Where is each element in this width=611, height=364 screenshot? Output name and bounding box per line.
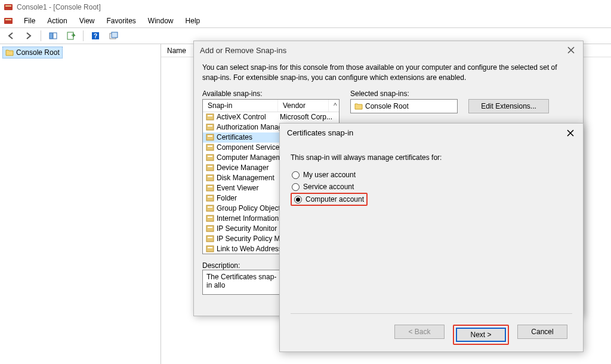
svg-rect-36 [208, 237, 212, 238]
help-button[interactable]: ? [88, 29, 103, 42]
nav-forward-button[interactable] [21, 29, 36, 42]
snapin-icon [205, 143, 214, 152]
svg-rect-20 [208, 156, 212, 157]
mmc-doc-icon [4, 16, 13, 26]
dialog2-separator [291, 313, 572, 314]
edit-extensions-label: Edit Extensions... [481, 102, 536, 110]
svg-rect-14 [208, 125, 212, 127]
snapin-list-header[interactable]: Snap-in Vendor ^ [203, 100, 339, 112]
svg-rect-31 [206, 215, 214, 221]
radio-icon [294, 196, 302, 203]
mmc-app-icon [4, 2, 13, 12]
header-snapin: Snap-in [203, 100, 278, 112]
svg-rect-35 [206, 236, 214, 242]
cancel-button-label: Cancel [531, 328, 553, 336]
svg-rect-4 [50, 33, 53, 39]
description-box: The Certificates snap-in allo [202, 270, 285, 295]
svg-rect-24 [208, 176, 212, 177]
svg-rect-23 [206, 175, 214, 181]
snapin-icon [205, 194, 214, 203]
selected-root-label: Console Root [365, 102, 409, 110]
snapin-icon [205, 133, 214, 142]
svg-rect-32 [208, 217, 212, 218]
folder-icon [5, 49, 14, 56]
radio-my-user-account[interactable]: My user account [291, 169, 357, 181]
snapin-icon [205, 245, 214, 254]
menu-bar: File Action View Favorites Window Help [0, 14, 611, 27]
dialog2-close-button[interactable] [563, 127, 578, 139]
dialog1-title: Add or Remove Snap-ins [200, 46, 286, 55]
dialog1-intro-text: You can select snap-ins for this console… [202, 63, 575, 84]
selected-snapins-list[interactable]: Console Root [350, 99, 458, 113]
svg-rect-30 [208, 206, 212, 208]
menu-action[interactable]: Action [42, 16, 72, 26]
scope-tree-pane[interactable]: Console Root [0, 44, 161, 364]
svg-rect-16 [208, 135, 212, 137]
svg-rect-10 [112, 32, 118, 38]
folder-icon [354, 103, 363, 110]
svg-rect-6 [67, 32, 73, 39]
radio-label: Service account [303, 183, 354, 191]
radio-icon [292, 183, 300, 191]
dialog1-close-button[interactable] [563, 44, 579, 57]
edit-extensions-button[interactable]: Edit Extensions... [468, 99, 549, 113]
radio-label: My user account [303, 171, 356, 179]
svg-rect-2 [4, 18, 13, 24]
column-name: Name [167, 47, 186, 55]
menu-help[interactable]: Help [181, 16, 205, 26]
menu-window[interactable]: Window [143, 16, 178, 26]
svg-rect-1 [5, 5, 11, 7]
svg-rect-28 [208, 196, 212, 198]
svg-rect-25 [206, 185, 214, 191]
snapin-row[interactable]: ActiveX ControlMicrosoft Corp... [203, 112, 339, 122]
nav-back-button[interactable] [4, 29, 18, 42]
svg-rect-29 [206, 205, 214, 211]
svg-rect-11 [206, 114, 214, 120]
description-text: The Certificates snap-in allo [206, 273, 276, 289]
svg-rect-38 [208, 247, 212, 248]
svg-text:?: ? [94, 33, 97, 39]
scroll-up-icon[interactable]: ^ [328, 100, 339, 112]
svg-rect-5 [53, 33, 57, 39]
snapin-icon [205, 224, 214, 233]
svg-rect-17 [206, 144, 214, 150]
export-list-button[interactable] [64, 29, 78, 42]
snapin-vendor: Microsoft Corp... [280, 113, 337, 121]
show-hide-tree-button[interactable] [46, 29, 60, 42]
new-window-button[interactable] [106, 29, 121, 42]
snapin-icon [205, 123, 214, 132]
snapin-icon [205, 214, 214, 223]
cancel-button[interactable]: Cancel [517, 325, 567, 339]
svg-rect-26 [208, 186, 212, 187]
svg-rect-19 [206, 155, 214, 161]
window-title: Console1 - [Console Root] [17, 3, 101, 11]
svg-rect-18 [208, 146, 212, 147]
dialog2-prompt: This snap-in will always manage certific… [291, 153, 572, 162]
available-snapins-label: Available snap-ins: [202, 90, 340, 98]
menu-file[interactable]: File [19, 16, 40, 26]
svg-rect-12 [208, 115, 212, 116]
svg-rect-3 [5, 19, 11, 20]
snapin-icon [205, 235, 214, 243]
radio-computer-account[interactable]: Computer account [291, 193, 368, 206]
snapin-label: ActiveX Control [217, 113, 277, 121]
svg-rect-21 [206, 165, 214, 171]
snapin-icon [205, 184, 214, 193]
next-button-label: Next > [470, 331, 491, 339]
snapin-icon [205, 204, 214, 213]
snapin-icon [205, 164, 214, 172]
dialog2-title-bar: Certificates snap-in [280, 124, 583, 141]
tree-node-console-root[interactable]: Console Root [2, 47, 63, 58]
tree-node-label: Console Root [16, 48, 60, 57]
menu-favorites[interactable]: Favorites [102, 16, 141, 26]
certificates-snapin-dialog: Certificates snap-in This snap-in will a… [279, 123, 584, 352]
toolbar-divider [41, 30, 41, 41]
svg-rect-34 [208, 227, 212, 228]
toolbar-divider-2 [83, 30, 84, 41]
snapin-icon [205, 113, 214, 122]
svg-rect-37 [206, 246, 214, 252]
svg-rect-15 [206, 134, 214, 140]
radio-service-account[interactable]: Service account [291, 181, 355, 193]
menu-view[interactable]: View [75, 16, 100, 26]
next-button[interactable]: Next > [456, 328, 506, 342]
